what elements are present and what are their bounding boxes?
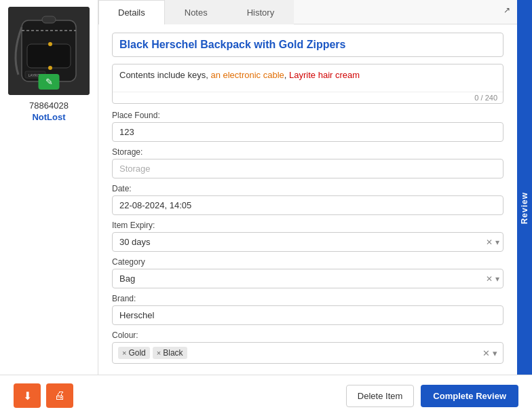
- pencil-icon: ✎: [45, 77, 53, 87]
- colour-remove-gold[interactable]: ×: [122, 349, 126, 357]
- colour-arrow-icon[interactable]: ▾: [493, 348, 497, 358]
- item-sidebar: LAYRITE ✎ 78864028 NotLost: [0, 0, 98, 416]
- colour-clear-icon[interactable]: ✕: [482, 348, 490, 358]
- item-status: NotLost: [32, 112, 65, 122]
- date-label: Date:: [112, 184, 504, 193]
- storage-input[interactable]: [112, 159, 504, 178]
- colour-black-label: Black: [163, 348, 183, 358]
- external-link-icon[interactable]: ↗: [504, 5, 510, 15]
- tab-notes[interactable]: Notes: [165, 0, 227, 24]
- footer-right-actions: Delete Item Complete Review: [346, 385, 517, 407]
- expiry-label: Item Expiry:: [112, 221, 504, 230]
- char-count: 0 / 240: [113, 92, 503, 103]
- item-id: 78864028: [29, 100, 69, 111]
- colour-group: Colour: × Gold × Black ✕ ▾: [112, 330, 504, 364]
- storage-label: Storage:: [112, 147, 504, 157]
- svg-rect-2: [42, 16, 56, 23]
- colour-tag-gold: × Gold: [118, 347, 150, 359]
- category-select[interactable]: [112, 269, 504, 288]
- date-group: Date:: [112, 184, 504, 215]
- description-highlight-red: Layrite hair cream: [289, 70, 360, 80]
- svg-point-6: [48, 66, 52, 70]
- review-label: Review: [520, 192, 529, 224]
- main-panel: Details Notes History ↗ Black Herschel B…: [98, 0, 517, 416]
- footer: ⬇ 🖨 Delete Item Complete Review: [98, 375, 517, 416]
- brand-input[interactable]: [112, 305, 504, 325]
- svg-point-5: [48, 42, 52, 46]
- category-select-wrapper: ✕ ▾: [112, 269, 504, 288]
- delete-button[interactable]: Delete Item: [346, 385, 414, 407]
- svg-rect-3: [27, 44, 71, 68]
- item-title[interactable]: Black Herschel Backpack with Gold Zipper…: [112, 33, 504, 57]
- storage-group: Storage:: [112, 147, 504, 178]
- description-text[interactable]: Contents include keys, an electronic cab…: [113, 64, 503, 92]
- details-content: Black Herschel Backpack with Gold Zipper…: [98, 24, 517, 416]
- colour-field[interactable]: × Gold × Black ✕ ▾: [112, 342, 504, 364]
- place-found-group: Place Found:: [112, 111, 504, 142]
- colour-tag-black: × Black: [153, 347, 187, 359]
- expiry-clear-icon[interactable]: ✕: [486, 238, 493, 247]
- colour-label: Colour:: [112, 330, 504, 340]
- colour-gold-label: Gold: [128, 348, 145, 358]
- category-arrow-icon[interactable]: ▾: [495, 274, 499, 284]
- item-image: LAYRITE ✎: [8, 7, 90, 95]
- review-sidebar-tab[interactable]: Review: [517, 0, 532, 416]
- tab-bar: Details Notes History ↗: [98, 0, 517, 24]
- expiry-select[interactable]: [112, 232, 504, 252]
- place-found-label: Place Found:: [112, 111, 504, 120]
- expiry-select-wrapper: ✕ ▾: [112, 232, 504, 252]
- place-found-input[interactable]: [112, 122, 504, 142]
- colour-remove-black[interactable]: ×: [157, 349, 161, 357]
- category-label: Category: [112, 257, 504, 267]
- category-group: Category ✕ ▾: [112, 257, 504, 288]
- tab-details[interactable]: Details: [98, 0, 165, 24]
- description-highlight-orange: an electronic cable: [210, 70, 284, 80]
- date-input[interactable]: [112, 195, 504, 215]
- brand-group: Brand:: [112, 294, 504, 325]
- brand-label: Brand:: [112, 294, 504, 303]
- description-normal-1: Contents include keys,: [119, 70, 210, 80]
- tab-history[interactable]: History: [227, 0, 294, 24]
- description-normal-2: ,: [284, 70, 289, 80]
- expiry-arrow-icon[interactable]: ▾: [495, 238, 499, 247]
- edit-image-button[interactable]: ✎: [39, 74, 60, 90]
- description-wrapper: Contents include keys, an electronic cab…: [112, 64, 504, 104]
- expiry-group: Item Expiry: ✕ ▾: [112, 221, 504, 252]
- category-clear-icon[interactable]: ✕: [486, 274, 493, 284]
- complete-review-button[interactable]: Complete Review: [421, 385, 517, 407]
